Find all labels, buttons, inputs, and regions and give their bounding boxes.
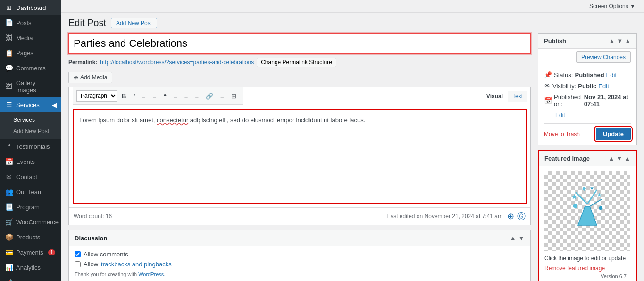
sidebar-item-contact[interactable]: ✉ Contact — [0, 169, 61, 184]
sidebar-item-label: Dashboard — [16, 4, 46, 11]
bold-button[interactable]: B — [119, 91, 129, 101]
add-new-post-button[interactable]: Add New Post — [111, 18, 157, 28]
gallery-icon: 🖼 — [5, 83, 13, 90]
publish-collapse-down[interactable]: ▼ — [617, 37, 623, 44]
visibility-icon: 👁 — [544, 82, 551, 90]
permalink-link[interactable]: http://localhost/wordpress/?services=par… — [100, 59, 254, 66]
status-edit-link[interactable]: Edit — [606, 71, 617, 78]
sidebar-item-posts[interactable]: 📄 Posts — [0, 15, 61, 30]
table-button[interactable]: ⊞ — [228, 91, 239, 101]
sidebar-item-marketing[interactable]: 📣 Marketing — [0, 275, 61, 281]
allow-comments-checkbox[interactable] — [75, 251, 81, 257]
post-title-input[interactable] — [68, 33, 531, 54]
sidebar-item-payments[interactable]: 💳 Payments 1 — [0, 245, 61, 260]
publish-collapse-up[interactable]: ▲ — [609, 37, 615, 44]
align-right-button[interactable]: ≡ — [192, 91, 201, 101]
allow-trackbacks-label: Allow — [84, 261, 98, 268]
wordpress-link[interactable]: WordPress — [138, 272, 164, 277]
services-arrow-icon: ◀ — [52, 102, 57, 109]
woo-icon: 🛒 — [5, 218, 13, 226]
publish-actions: Move to Trash Update — [544, 123, 631, 140]
editor-toolbar: Paragraph B I ≡ ≡ ❝ ≡ ≡ ≡ 🔗 — [73, 87, 243, 105]
sidebar-item-program[interactable]: 📃 Program — [0, 199, 61, 214]
sidebar-item-label: Marketing — [16, 279, 43, 281]
sidebar-item-label: Services — [16, 102, 40, 109]
sidebar-sub-item-services[interactable]: Services — [0, 114, 61, 126]
svg-marker-0 — [578, 206, 597, 225]
change-permalink-button[interactable]: Change Permalink Structure — [257, 58, 336, 67]
featured-image-box: Featured image ▲ ▼ ▲ — [538, 150, 637, 281]
help-button[interactable]: Ⓖ — [517, 211, 526, 222]
sidebar-sub-item-add-new[interactable]: Add New Post — [0, 126, 61, 137]
featured-image-header: Featured image ▲ ▼ ▲ — [539, 151, 636, 166]
sidebar-item-label: WooCommerce — [16, 219, 59, 226]
discussion-header[interactable]: Discussion ▲ ▼ — [69, 230, 530, 246]
discussion-controls: ▲ ▼ — [510, 234, 525, 242]
featured-image-body: ★ ★ ★ — [539, 166, 636, 281]
visibility-row: 👁 Visibility: Public Edit — [544, 82, 631, 90]
featured-collapse-up[interactable]: ▲ — [608, 155, 614, 162]
unordered-list-button[interactable]: ≡ — [139, 91, 149, 101]
sidebar-item-analytics[interactable]: 📊 Analytics — [0, 260, 61, 275]
contact-icon: ✉ — [5, 173, 13, 180]
preview-changes-button[interactable]: Preview Changes — [576, 51, 631, 63]
sidebar-item-gallery-images[interactable]: 🖼 Gallery Images — [0, 76, 61, 97]
sidebar-item-media[interactable]: 🖼 Media — [0, 30, 61, 45]
align-left-button[interactable]: ≡ — [171, 91, 180, 101]
ordered-list-button[interactable]: ≡ — [150, 91, 159, 101]
more-button[interactable]: ≡ — [217, 91, 227, 101]
sidebar-item-products[interactable]: 📦 Products — [0, 230, 61, 245]
calendar-icon: 📅 — [544, 97, 552, 104]
link-button[interactable]: 🔗 — [203, 91, 216, 101]
editor-body[interactable]: Lorem ipsum dolor sit amet, consectetur … — [73, 109, 527, 204]
analytics-icon: 📊 — [5, 264, 13, 271]
discussion-collapse-up[interactable]: ▲ — [510, 234, 516, 242]
text-tab[interactable]: Text — [508, 91, 527, 102]
allow-trackbacks-checkbox[interactable] — [75, 261, 81, 267]
services-submenu: Services Add New Post — [0, 112, 61, 139]
editor-action-icons: ⊕ Ⓖ — [507, 211, 526, 222]
format-select[interactable]: Paragraph — [76, 90, 117, 102]
featured-image-thumbnail[interactable]: ★ ★ ★ — [544, 171, 630, 251]
discussion-collapse-down[interactable]: ▼ — [518, 234, 525, 242]
remove-featured-image-link[interactable]: Remove featured image — [544, 265, 605, 272]
sidebar-item-pages[interactable]: 📋 Pages — [0, 45, 61, 60]
expand-editor-button[interactable]: ⊕ — [507, 211, 514, 222]
page-title: Edit Post — [68, 17, 106, 28]
sidebar-item-woocommerce[interactable]: 🛒 WooCommerce — [0, 214, 61, 230]
sidebar-item-dashboard[interactable]: ⊞ Dashboard — [0, 0, 61, 15]
trackbacks-link[interactable]: trackbacks and pingbacks — [101, 261, 172, 268]
featured-image-title: Featured image — [544, 155, 590, 162]
align-center-button[interactable]: ≡ — [182, 91, 191, 101]
publish-box: Publish ▲ ▼ ▲ Preview Changes — [538, 33, 637, 145]
featured-image-controls: ▲ ▼ ▲ — [608, 155, 630, 162]
visual-tab[interactable]: Visual — [482, 91, 508, 102]
featured-expand[interactable]: ▲ — [624, 155, 630, 162]
comments-icon: 💬 — [5, 64, 13, 72]
publish-collapse-x[interactable]: ▲ — [625, 37, 631, 44]
sidebar-item-testimonials[interactable]: ❝ Testimonials — [0, 139, 61, 154]
sidebar-item-services[interactable]: ☰ Services ◀ — [0, 97, 61, 112]
allow-trackbacks-row: Allow trackbacks and pingbacks — [75, 261, 525, 268]
published-value: Nov 21, 2024 at 07:41 — [584, 94, 631, 108]
featured-image-svg: ★ ★ ★ — [559, 183, 616, 239]
add-media-button[interactable]: ⊕ Add Media — [68, 72, 112, 83]
edit-post-header: Edit Post Add New Post — [68, 17, 637, 28]
pages-icon: 📋 — [5, 49, 13, 57]
allow-comments-label: Allow comments — [84, 251, 128, 258]
featured-collapse-down[interactable]: ▼ — [616, 155, 622, 162]
word-count: Word count: 16 — [74, 213, 112, 220]
payments-icon: 💳 — [5, 248, 13, 256]
blockquote-button[interactable]: ❝ — [160, 91, 169, 101]
sidebar-item-our-team[interactable]: 👥 Our Team — [0, 184, 61, 199]
update-button[interactable]: Update — [596, 128, 631, 140]
sidebar-item-label: Pages — [16, 50, 33, 57]
discussion-body: Allow comments Allow trackbacks and ping… — [69, 246, 530, 281]
move-to-trash-link[interactable]: Move to Trash — [544, 131, 580, 137]
published-edit-link[interactable]: Edit — [555, 112, 565, 119]
visibility-edit-link[interactable]: Edit — [598, 83, 609, 90]
sidebar-item-events[interactable]: 📅 Events — [0, 154, 61, 169]
italic-button[interactable]: I — [130, 91, 138, 101]
sidebar-item-comments[interactable]: 💬 Comments — [0, 60, 61, 76]
screen-options-button[interactable]: Screen Options ▼ — [585, 2, 639, 10]
